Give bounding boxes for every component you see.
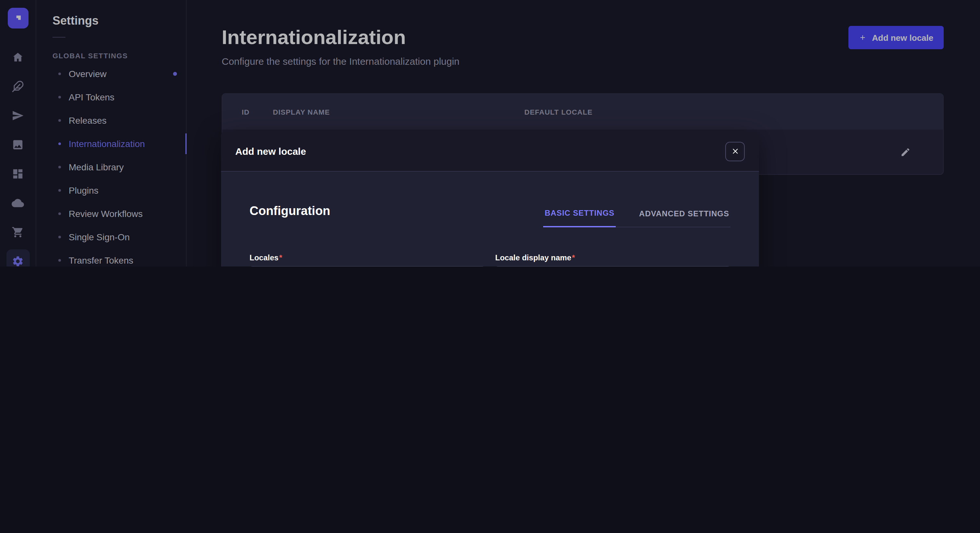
display-name-field: Locale display name* Locale will be disp… xyxy=(495,253,730,266)
locales-select[interactable]: French (fr) xyxy=(250,266,485,266)
close-modal-button[interactable] xyxy=(725,141,745,161)
display-name-input[interactable] xyxy=(495,266,730,266)
add-new-locale-modal: Add new locale Configuration BASIC SETTI… xyxy=(221,132,759,266)
display-name-label: Locale display name* xyxy=(495,253,730,262)
modal-body: Configuration BASIC SETTINGS ADVANCED SE… xyxy=(221,171,759,266)
locales-label: Locales* xyxy=(250,253,485,262)
locales-field: Locales* French (fr) xyxy=(250,253,485,266)
required-asterisk: * xyxy=(279,253,282,262)
settings-tabs: BASIC SETTINGS ADVANCED SETTINGS xyxy=(544,209,730,227)
close-icon xyxy=(732,148,738,155)
required-asterisk: * xyxy=(572,253,575,262)
tab-advanced-settings[interactable]: ADVANCED SETTINGS xyxy=(638,209,730,227)
configuration-heading: Configuration xyxy=(250,204,330,227)
tab-basic-settings[interactable]: BASIC SETTINGS xyxy=(544,209,616,227)
app-screen: KD Settings GLOBAL SETTINGS Overview API… xyxy=(0,0,980,266)
modal-header: Add new locale xyxy=(221,132,759,171)
modal-title: Add new locale xyxy=(235,146,306,157)
